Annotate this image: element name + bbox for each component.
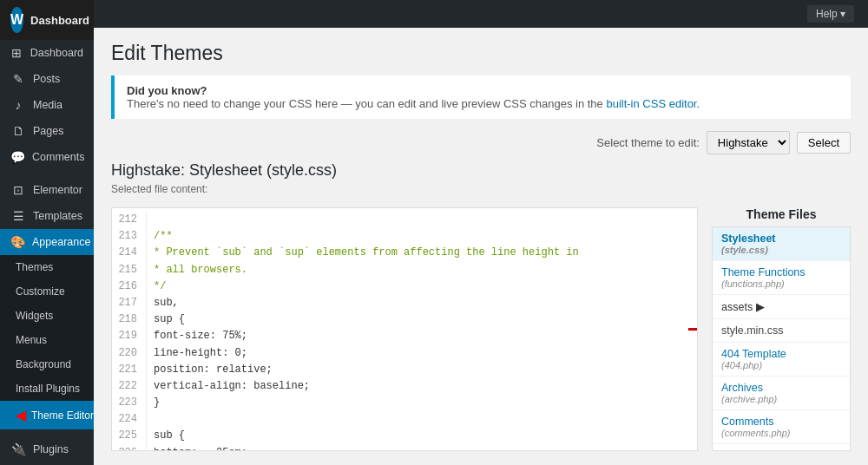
menus-label: Menus [16,334,47,346]
file-sub: (404.php) [721,360,841,370]
code-content[interactable]: 212213/**214 * Prevent `sub` and `sup` e… [112,208,697,450]
sidebar-item-comments[interactable]: 💬 Comments [0,144,94,170]
elementor-icon: ⊡ [10,183,26,197]
file-name: style.min.css [721,324,841,337]
line-number: 226 [112,445,147,450]
sidebar-item-dashboard[interactable]: ⊞ Dashboard [0,40,94,66]
line-code: line-height: 0; [154,345,247,362]
file-sub: (archive.php) [721,394,841,404]
theme-file-item[interactable]: style.min.css [713,319,850,343]
plugins-icon: 🔌 [10,442,26,456]
line-code: font-size: 75%; [154,328,247,344]
sidebar-item-label: Dashboard [30,47,83,59]
theme-file-item[interactable]: Theme Functions(functions.php) [713,261,850,295]
select-label: Select theme to edit: [596,136,700,149]
pages-icon: 🗋 [10,124,26,138]
line-code: * all browsers. [154,262,247,278]
arrow-left-icon: ◀ [16,407,26,423]
page-title: Edit Themes [111,42,851,65]
appearance-icon: 🎨 [10,235,25,249]
site-name: Dashboard [30,14,89,27]
line-number: 223 [112,395,147,411]
code-line: 221 position: relative; [112,362,697,378]
content-area: Edit Themes Did you know? There's no nee… [94,28,868,465]
line-code: * Prevent `sub` and `sup` elements from … [154,245,579,261]
sidebar-item-label: Plugins [33,443,69,455]
file-name: Archives [721,382,841,394]
code-line: 218sup { [112,311,697,328]
file-name: assets ▶ [721,300,841,313]
info-suffix: . [696,97,700,110]
main-content: Help ▾ Edit Themes Did you know? There's… [94,0,868,465]
line-code: } [154,395,160,411]
site-logo[interactable]: W Dashboard [0,0,94,40]
sidebar-item-elementor[interactable]: ⊡ Elementor [0,177,94,203]
sidebar-item-appearance[interactable]: 🎨 Appearance [0,229,94,255]
line-number: 220 [112,345,147,362]
select-button[interactable]: Select [797,132,851,154]
sidebar-sub-themes[interactable]: Themes [0,255,94,279]
widgets-label: Widgets [16,310,53,322]
sidebar-sub-background[interactable]: Background [0,352,94,377]
line-code: vertical-align: baseline; [154,378,310,395]
line-number: 222 [112,378,147,395]
line-number: 221 [112,362,147,378]
line-code: sup { [154,311,185,328]
css-editor-link[interactable]: built-in CSS editor [606,97,696,110]
code-line: 216 */ [112,278,697,295]
code-editor[interactable]: 212213/**214 * Prevent `sub` and `sup` e… [111,207,698,451]
sidebar-sub-menus[interactable]: Menus [0,328,94,352]
line-number: 212 [112,212,147,228]
theme-file-item[interactable]: Archives(archive.php) [713,377,850,410]
help-button[interactable]: Help ▾ [807,5,854,23]
sidebar-item-label: Elementor [33,184,82,196]
code-line: 224 [112,411,697,428]
theme-file-item[interactable]: 404 Template(404.php) [713,343,850,377]
wp-icon: W [10,7,23,33]
line-number: 224 [112,411,147,428]
line-number: 217 [112,295,147,311]
line-number: 218 [112,311,147,328]
theme-file-item[interactable]: Theme Footer(footer.php) [713,444,850,451]
file-name: Theme Functions [721,266,841,278]
theme-select[interactable]: Highstake [707,131,790,154]
sidebar-sub-widgets[interactable]: Widgets [0,304,94,328]
sidebar-item-label: Posts [33,73,60,85]
sidebar-sub-customize[interactable]: Customize [0,279,94,304]
file-name: Comments [721,416,841,428]
line-number: 215 [112,262,147,278]
code-line: 223} [112,395,697,411]
sidebar-item-posts[interactable]: ✎ Posts [0,66,94,92]
file-name: Stylesheet [721,232,841,245]
code-line: 212 [112,212,697,228]
sidebar-item-pages[interactable]: 🗋 Pages [0,118,94,144]
sidebar-item-templates[interactable]: ☰ Templates [0,203,94,229]
code-line: 226 bottom: -.25em; [112,445,697,450]
editor-title: Highstake: Stylesheet (style.css) [111,161,851,180]
sidebar-item-media[interactable]: ♪ Media [0,92,94,118]
theme-files-list: Stylesheet(style.css)Theme Functions(fun… [712,226,851,451]
line-code: bottom: -.25em; [154,445,247,450]
file-sub: (style.css) [721,245,841,255]
select-row: Select theme to edit: Highstake Select [111,131,851,154]
file-name: Theme Footer [721,449,841,451]
sidebar-sub-theme-editor[interactable]: ◀ Theme Editor [0,401,94,429]
background-label: Background [16,358,71,370]
code-line: 217sub, [112,295,697,311]
comments-icon: 💬 [10,150,25,164]
code-line: 220 line-height: 0; [112,345,697,362]
theme-file-item[interactable]: assets ▶ [713,295,850,319]
sidebar-item-label: Media [33,99,62,111]
code-line: 225sub { [112,428,697,444]
sidebar-item-plugins[interactable]: 🔌 Plugins [0,436,94,462]
line-code: */ [154,278,166,295]
line-number: 214 [112,245,147,261]
line-number: 213 [112,228,147,245]
info-box: Did you know? There's no need to change … [111,75,851,119]
file-label: Selected file content: [111,183,851,195]
line-number: 225 [112,428,147,444]
theme-file-item[interactable]: Stylesheet(style.css) [713,227,850,261]
theme-file-item[interactable]: Comments(comments.php) [713,410,850,444]
line-code: sub, [154,295,179,311]
sidebar-sub-install-plugins[interactable]: Install Plugins [0,377,94,401]
